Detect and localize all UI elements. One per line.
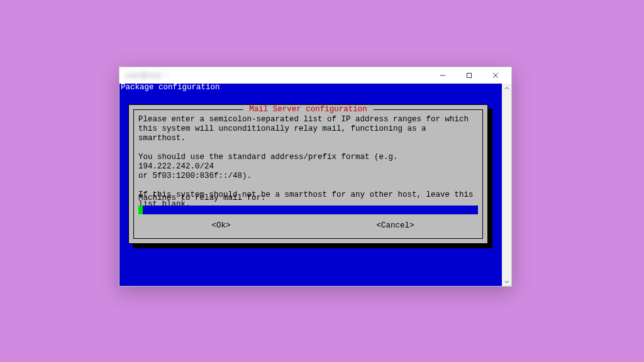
scroll-down-arrow-icon[interactable]: [502, 277, 511, 286]
close-button[interactable]: [482, 68, 509, 83]
maximize-button[interactable]: [456, 68, 482, 83]
dialog-title: Mail Server configuration: [243, 106, 374, 114]
window-title: user@host: ~: [125, 71, 170, 80]
window-titlebar[interactable]: user@host: ~: [119, 67, 511, 84]
dialog-prompt-label: Machines to relay mail for:: [138, 194, 266, 202]
desktop-background: user@host: ~ Package configuration: [0, 0, 644, 362]
ok-button[interactable]: <Ok>: [134, 222, 308, 230]
relay-list-input[interactable]: [138, 206, 478, 214]
scroll-up-arrow-icon[interactable]: [502, 84, 511, 93]
window-caption-buttons: [430, 68, 509, 83]
cancel-button[interactable]: <Cancel>: [308, 222, 482, 230]
terminal-surface: Package configuration Mail Server config…: [119, 84, 502, 286]
dialog-button-row: <Ok> <Cancel>: [134, 222, 482, 230]
dialog-inner-frame: Mail Server configuration Please enter a…: [133, 109, 483, 239]
text-cursor: [138, 206, 143, 214]
vertical-scrollbar[interactable]: [502, 84, 511, 286]
window-client-area: Package configuration Mail Server config…: [119, 84, 511, 286]
terminal-header-line: Package configuration: [121, 84, 220, 92]
mail-server-config-dialog: Mail Server configuration Please enter a…: [128, 104, 488, 244]
svg-rect-1: [467, 74, 472, 78]
terminal-window: user@host: ~ Package configuration: [119, 67, 512, 287]
minimize-button[interactable]: [430, 68, 456, 83]
